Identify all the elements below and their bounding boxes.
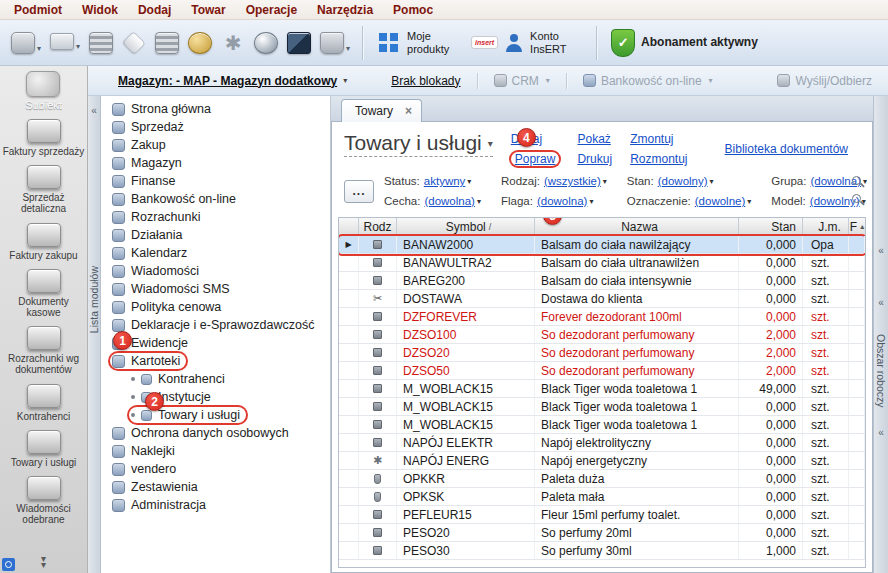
more-filters-button[interactable]: ... bbox=[344, 180, 374, 203]
table-row[interactable]: BAREG200Balsam do ciała intensywnie0,000… bbox=[339, 272, 865, 290]
seal-dropdown-icon[interactable]: ▾ bbox=[8, 29, 44, 57]
col-header-symbol[interactable]: Symbol/ bbox=[397, 218, 535, 235]
col-header-stan[interactable]: Stan bbox=[739, 218, 803, 235]
table-row[interactable]: DZSO100So dezodorant perfumowany2,000szt… bbox=[339, 326, 865, 344]
rail-item-faktury-zakupu[interactable]: Faktury zakupu bbox=[0, 219, 87, 265]
action-pokaz[interactable]: Pokaż bbox=[577, 132, 612, 146]
coins-stack-icon[interactable] bbox=[152, 29, 182, 57]
tree-item-sprzedaz[interactable]: Sprzedaż bbox=[101, 118, 330, 136]
menu-dodaj[interactable]: Dodaj bbox=[128, 1, 181, 19]
rail-scroll-icons[interactable]: ▾ ▾ bbox=[41, 556, 46, 573]
globe-icon[interactable] bbox=[251, 29, 281, 57]
table-row[interactable]: M_WOBLACK15Black Tiger woda toaletowa 10… bbox=[339, 398, 865, 416]
tree-item-vendero[interactable]: vendero bbox=[101, 460, 330, 478]
filter-value-flaga[interactable]: (dowolna) bbox=[537, 195, 588, 207]
selected-row[interactable]: ▶BANAW2000Balsam do ciała nawilżający0,0… bbox=[339, 236, 865, 254]
table-row[interactable]: PEFLEUR15Fleur 15ml perfumy toalet.0,000… bbox=[339, 506, 865, 524]
tree-item-finanse[interactable]: Finanse bbox=[101, 172, 330, 190]
collapse-icon[interactable]: « bbox=[878, 246, 884, 256]
tree-item-kartoteki[interactable]: Kartoteki bbox=[101, 352, 330, 370]
konto-insert-button[interactable]: insert Konto InsERT bbox=[466, 28, 587, 57]
table-row[interactable]: M_WOBLACK15Black Tiger woda toaletowa 14… bbox=[339, 380, 865, 398]
table-row[interactable]: OPKKRPaleta duża0,000szt. bbox=[339, 470, 865, 488]
table-row[interactable]: DZSO20So dezodorant perfumowany2,000szt. bbox=[339, 344, 865, 362]
brak-blokady-link[interactable]: Brak blokady bbox=[391, 74, 460, 88]
filter-value-status[interactable]: aktywny bbox=[424, 175, 466, 187]
tree-item-deklaracje-i-e-sprawozdawczosc[interactable]: Deklaracje i e-Sprawozdawczość bbox=[101, 316, 330, 334]
devices-icon[interactable]: ▾ bbox=[317, 29, 353, 57]
zoom-corner-icon[interactable] bbox=[2, 558, 15, 571]
action-popraw[interactable]: Popraw bbox=[511, 152, 560, 166]
tree-item-bankowosc-on-line[interactable]: Bankowość on-line bbox=[101, 190, 330, 208]
crm-dropdown[interactable]: CRM ▾ bbox=[494, 74, 550, 88]
tree-item-kalendarz[interactable]: Kalendarz bbox=[101, 244, 330, 262]
table-row[interactable]: ✂DOSTAWADostawa do klienta0,000szt. bbox=[339, 290, 865, 308]
table-row[interactable]: DZFOREVERForever dezodorant 100ml0,000sz… bbox=[339, 308, 865, 326]
documents-stack-icon[interactable] bbox=[86, 29, 116, 57]
table-row[interactable]: PESO20So perfumy 20ml0,000szt. bbox=[339, 524, 865, 542]
rail-item-kontrahenci[interactable]: Kontrahenci bbox=[0, 380, 87, 426]
tree-item-dzialania[interactable]: Działania bbox=[101, 226, 330, 244]
search-icon[interactable] bbox=[852, 176, 864, 188]
tab-towary[interactable]: Towary × bbox=[341, 99, 422, 122]
bankowosc-dropdown[interactable]: Bankowość on-line ▾ bbox=[583, 74, 713, 88]
rail-item-faktury-sprzedazy[interactable]: Faktury sprzedaży bbox=[0, 115, 87, 161]
menu-pomoc[interactable]: Pomoc bbox=[383, 1, 443, 19]
col-header-f[interactable]: F▴ bbox=[849, 218, 865, 235]
col-header-j-m[interactable]: J.m. bbox=[803, 218, 849, 235]
filter-value-rodzaj[interactable]: (wszystkie) bbox=[544, 175, 601, 187]
rail-item-dokumenty-kasowe[interactable]: Dokumenty kasowe bbox=[0, 265, 87, 322]
mail-icon[interactable]: ▾ bbox=[47, 30, 83, 55]
action-dodaj[interactable]: Dodaj4 bbox=[511, 132, 560, 146]
rail-logo[interactable]: Subiekt bbox=[25, 66, 62, 115]
tree-item-naklejki[interactable]: Naklejki bbox=[101, 442, 330, 460]
tree-item-zestawienia[interactable]: Zestawienia bbox=[101, 478, 330, 496]
table-row[interactable]: M_WOBLACK15Black Tiger woda toaletowa 10… bbox=[339, 416, 865, 434]
filter-value-stan[interactable]: (dowolny) bbox=[658, 175, 708, 187]
settings-asterisk-icon[interactable] bbox=[218, 29, 248, 57]
table-row[interactable]: DZSO50So dezodorant perfumowany2,000szt. bbox=[339, 362, 865, 380]
rail-item-rozrachunki-wg-dokumentow[interactable]: Rozrachunki wg dokumentów bbox=[0, 322, 87, 379]
service-diamond-icon[interactable] bbox=[119, 29, 149, 57]
tree-item-rozrachunki[interactable]: Rozrachunki bbox=[101, 208, 330, 226]
collapse-icon[interactable]: « bbox=[878, 428, 884, 438]
tree-item-administracja[interactable]: Administracja bbox=[101, 496, 330, 514]
tree-item-kontrahenci[interactable]: Kontrahenci bbox=[101, 370, 330, 388]
action-drukuj[interactable]: Drukuj bbox=[577, 152, 612, 166]
menu-narzedzia[interactable]: Narzędzia bbox=[307, 1, 383, 19]
rail-item-wiadomosci-odebrane[interactable]: Wiadomości odebrane bbox=[0, 472, 87, 529]
moje-produkty-button[interactable]: Moje produkty bbox=[372, 28, 464, 57]
table-row[interactable]: BANAWULTRA2Balsam do ciała ultranawilżen… bbox=[339, 254, 865, 272]
action-rozmontuj[interactable]: Rozmontuj bbox=[630, 152, 687, 166]
modules-collapse-strip[interactable]: « Lista modułów bbox=[88, 96, 101, 573]
tree-item-wiadomosci-sms[interactable]: Wiadomości SMS bbox=[101, 280, 330, 298]
finance-coin-icon[interactable] bbox=[185, 29, 215, 57]
table-row[interactable]: ✱NAPÓJ ENERGNapój energetyczny0,000szt. bbox=[339, 452, 865, 470]
cube-icon[interactable] bbox=[284, 29, 314, 57]
collapse-icon[interactable]: « bbox=[878, 298, 884, 308]
tree-item-instytucje[interactable]: Instytucje bbox=[101, 388, 330, 406]
tree-item-strona-glowna[interactable]: Strona główna bbox=[101, 100, 330, 118]
menu-operacje[interactable]: Operacje bbox=[236, 1, 307, 19]
abonament-status[interactable]: Abonament aktywny bbox=[606, 27, 763, 59]
tree-item-ewidencje[interactable]: Ewidencje1 bbox=[101, 334, 330, 352]
rail-item-towary-i-uslugi[interactable]: Towary i usługi bbox=[0, 426, 87, 472]
tree-item-zakup[interactable]: Zakup bbox=[101, 136, 330, 154]
search-icon[interactable] bbox=[852, 194, 864, 206]
table-row[interactable]: OPKSKPaleta mała0,000szt. bbox=[339, 488, 865, 506]
close-icon[interactable]: × bbox=[405, 106, 412, 116]
tree-item-polityka-cenowa[interactable]: Polityka cenowa bbox=[101, 298, 330, 316]
magazyn-selector[interactable]: Magazyn: - MAP - Magazyn dodatkowy ▾ bbox=[118, 74, 347, 88]
page-title[interactable]: Towary i usługi ▾ bbox=[344, 131, 493, 157]
workspace-collapse-strip[interactable]: « « Obszar roboczy « bbox=[873, 96, 888, 573]
menu-towar[interactable]: Towar bbox=[181, 1, 235, 19]
tree-item-ochrona-danych-osobowych[interactable]: Ochrona danych osobowych bbox=[101, 424, 330, 442]
biblioteka-dokumentow-link[interactable]: Biblioteka dokumentów bbox=[725, 142, 862, 156]
collapse-icon[interactable]: « bbox=[91, 106, 97, 116]
col-header-rodz[interactable]: Rodz bbox=[359, 218, 397, 235]
menu-widok[interactable]: Widok bbox=[72, 1, 128, 19]
tree-item-towary-i-uslugi[interactable]: Towary i usługi2 bbox=[101, 406, 330, 424]
filter-value-cecha[interactable]: (dowolna) bbox=[424, 195, 475, 207]
table-row[interactable]: PESO30So perfumy 30ml1,000szt. bbox=[339, 542, 865, 560]
action-zmontuj[interactable]: Zmontuj bbox=[630, 132, 687, 146]
